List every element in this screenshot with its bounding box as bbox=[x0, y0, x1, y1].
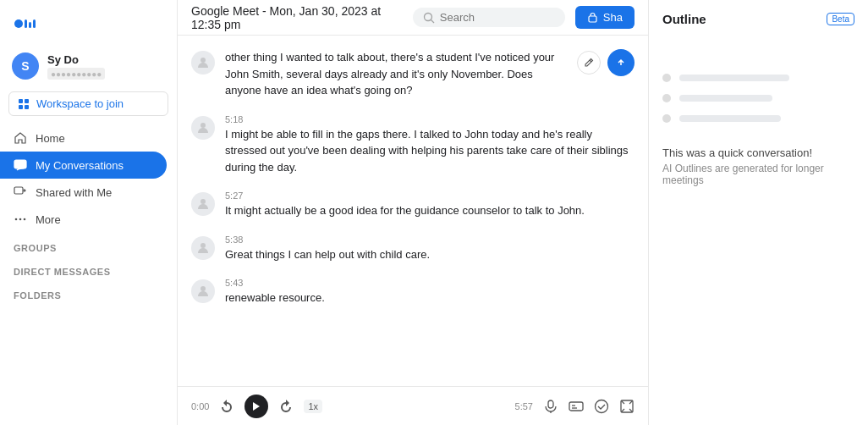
svg-point-21 bbox=[201, 243, 206, 248]
svg-point-12 bbox=[24, 218, 26, 221]
svg-rect-25 bbox=[569, 402, 583, 411]
outline-dot-1 bbox=[662, 94, 671, 102]
outline-lines bbox=[662, 74, 854, 123]
svg-point-20 bbox=[201, 199, 206, 204]
user-info: Sy Do ●●●●●●●●●● bbox=[47, 53, 105, 80]
svg-rect-8 bbox=[14, 160, 26, 168]
person-icon-3 bbox=[196, 241, 210, 255]
svg-point-28 bbox=[596, 400, 608, 412]
outline-line-row-2 bbox=[662, 114, 854, 123]
rewind-icon bbox=[219, 399, 234, 414]
search-icon bbox=[423, 12, 435, 24]
skip-forward-button[interactable] bbox=[278, 399, 294, 414]
user-name: Sy Do bbox=[47, 53, 105, 66]
logo-area bbox=[0, 7, 177, 47]
transcript-message-4: 5:43 renewable resource. bbox=[191, 278, 635, 306]
home-icon bbox=[14, 131, 27, 145]
meeting-title: Google Meet - Mon, Jan 30, 2023 at 12:35… bbox=[191, 4, 413, 31]
message-body-4: 5:43 renewable resource. bbox=[225, 278, 635, 306]
message-body-3: 5:38 Great things I can help out with ch… bbox=[225, 235, 635, 263]
rewind-button[interactable] bbox=[219, 399, 234, 414]
captions-button[interactable] bbox=[569, 399, 584, 414]
svg-rect-2 bbox=[29, 22, 31, 28]
user-section: S Sy Do ●●●●●●●●●● bbox=[0, 47, 177, 85]
current-time: 0:00 bbox=[191, 401, 209, 411]
folders-section-header: FOLDERS bbox=[0, 280, 177, 304]
sidebar-item-home[interactable]: Home bbox=[0, 124, 167, 152]
avatar: S bbox=[12, 52, 39, 80]
quick-conversation-sub: AI Outlines are generated for longer mee… bbox=[662, 163, 854, 186]
svg-rect-15 bbox=[589, 16, 596, 22]
svg-rect-23 bbox=[548, 400, 553, 408]
svg-point-22 bbox=[201, 286, 206, 291]
otterai-logo bbox=[14, 14, 54, 34]
outline-panel: Outline Beta This was a quick conversati… bbox=[648, 0, 868, 425]
speaker-avatar-0 bbox=[191, 51, 215, 75]
outline-line-row-0 bbox=[662, 74, 854, 82]
play-button[interactable] bbox=[244, 395, 268, 418]
quick-conversation-message: This was a quick conversation! bbox=[662, 146, 854, 159]
sidebar-item-my-conversations[interactable]: My Conversations bbox=[0, 152, 167, 179]
direct-messages-section-header: DIRECT MESSAGES bbox=[0, 257, 177, 280]
sidebar: S Sy Do ●●●●●●●●●● Workspace to join Hom… bbox=[0, 0, 178, 425]
microphone-button[interactable] bbox=[543, 399, 558, 414]
more-icon bbox=[14, 212, 27, 226]
svg-point-11 bbox=[19, 218, 22, 221]
outline-line-1 bbox=[679, 95, 772, 102]
speaker-avatar-3 bbox=[191, 236, 215, 260]
outline-dot-2 bbox=[662, 114, 671, 123]
message-text-2: It might actually be a good idea for the… bbox=[225, 202, 635, 219]
total-time: 5:57 bbox=[515, 401, 533, 411]
message-time-2: 5:27 bbox=[225, 190, 635, 201]
speaker-avatar-2 bbox=[191, 192, 215, 216]
svg-point-13 bbox=[424, 13, 431, 20]
person-icon-0 bbox=[196, 56, 210, 69]
expand-button[interactable] bbox=[619, 399, 635, 414]
transcript-message-0: other thing I wanted to talk about, ther… bbox=[191, 49, 635, 99]
svg-rect-4 bbox=[19, 99, 23, 103]
person-icon-4 bbox=[196, 284, 210, 298]
groups-section-header: GROUPS bbox=[0, 233, 177, 257]
outline-title: Outline bbox=[662, 12, 706, 26]
sidebar-item-more[interactable]: More bbox=[0, 206, 167, 233]
speed-control[interactable]: 1x bbox=[304, 400, 322, 413]
svg-point-16 bbox=[201, 58, 206, 63]
upload-icon bbox=[614, 56, 628, 69]
beta-badge: Beta bbox=[827, 13, 854, 25]
message-text-3: Great things I can help out with child c… bbox=[225, 246, 635, 263]
message-time-4: 5:43 bbox=[225, 278, 635, 288]
captions-icon bbox=[569, 399, 584, 414]
message-time-1: 5:18 bbox=[225, 114, 635, 124]
svg-rect-9 bbox=[14, 187, 23, 194]
edit-button-0[interactable] bbox=[577, 51, 601, 75]
svg-point-19 bbox=[201, 123, 206, 128]
expand-icon bbox=[619, 399, 635, 414]
outline-line-row-1 bbox=[662, 94, 854, 102]
message-body-1: 5:18 I might be able to fill in the gaps… bbox=[225, 114, 635, 176]
play-icon bbox=[252, 401, 261, 411]
upload-fab-0[interactable] bbox=[607, 49, 635, 76]
message-time-3: 5:38 bbox=[225, 235, 635, 245]
svg-line-14 bbox=[431, 19, 434, 23]
share-button[interactable]: Sha bbox=[575, 6, 635, 29]
skip-icon bbox=[278, 399, 294, 414]
svg-rect-5 bbox=[25, 99, 29, 103]
workspace-icon bbox=[18, 98, 30, 110]
person-icon-1 bbox=[196, 121, 210, 135]
transcript-message-1: 5:18 I might be able to fill in the gaps… bbox=[191, 114, 635, 176]
message-text-0: other thing I wanted to talk about, ther… bbox=[225, 49, 570, 99]
svg-rect-3 bbox=[33, 19, 36, 28]
search-input[interactable] bbox=[440, 11, 541, 24]
workspace-to-join-button[interactable]: Workspace to join bbox=[8, 91, 168, 116]
transcript-panel: other thing I wanted to talk about, ther… bbox=[178, 36, 648, 386]
user-subtitle: ●●●●●●●●●● bbox=[47, 68, 105, 80]
transcript-message-3: 5:38 Great things I can help out with ch… bbox=[191, 235, 635, 263]
checkmark-icon bbox=[594, 399, 609, 414]
checkmark-button[interactable] bbox=[594, 399, 609, 414]
player-bar: 0:00 1x 5:57 bbox=[178, 386, 648, 425]
search-bar[interactable] bbox=[413, 8, 565, 27]
transcript-message-2: 5:27 It might actually be a good idea fo… bbox=[191, 190, 635, 219]
message-text-1: I might be able to fill in the gaps ther… bbox=[225, 126, 635, 176]
outline-line-2 bbox=[679, 115, 781, 122]
sidebar-item-shared-with-me[interactable]: Shared with Me bbox=[0, 179, 167, 206]
